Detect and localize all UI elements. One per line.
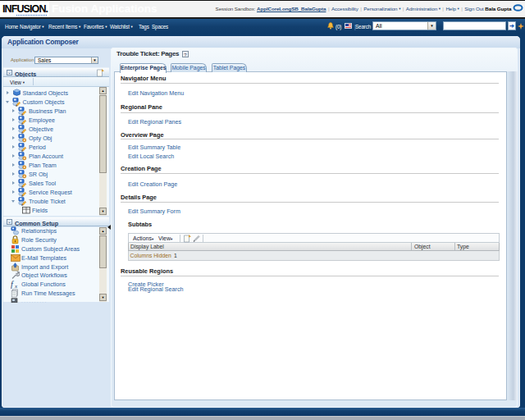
svg-text:f: f (11, 280, 14, 289)
